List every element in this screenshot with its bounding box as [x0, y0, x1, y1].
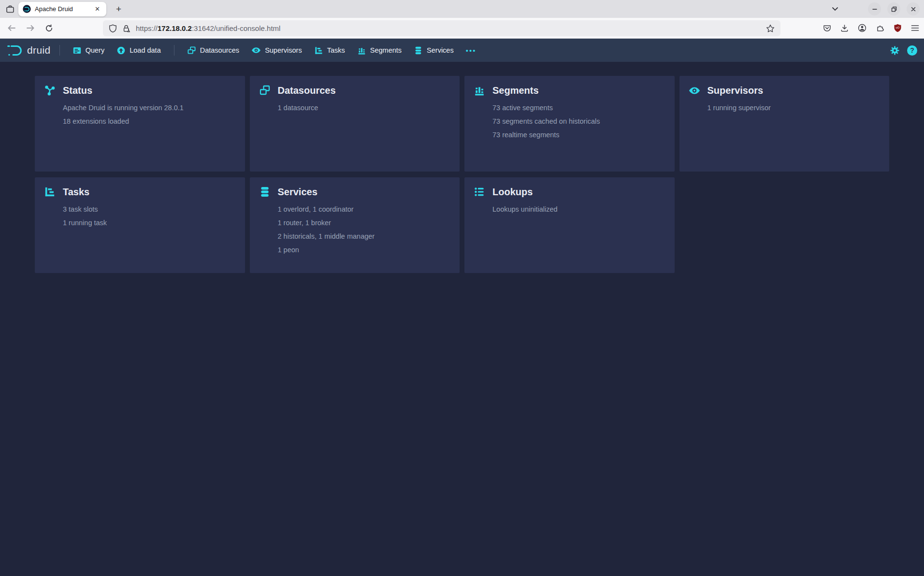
druid-favicon: [23, 5, 31, 13]
url-path: :31642/unified-console.html: [192, 24, 280, 32]
reload-button[interactable]: [45, 24, 53, 32]
card-line: 73 segments cached on historicals: [492, 115, 665, 128]
card-line: 1 peon: [278, 243, 450, 257]
back-button[interactable]: [7, 25, 16, 31]
multi-layers-icon: [188, 46, 196, 55]
nav-item-segments[interactable]: Segments: [351, 39, 408, 62]
forward-button[interactable]: [26, 25, 35, 31]
nav-item-label: Datasources: [200, 46, 239, 54]
eye-icon: [689, 85, 700, 96]
card-datasources[interactable]: Datasources 1 datasource: [250, 76, 460, 172]
card-title: Services: [278, 187, 318, 198]
firefox-view-button[interactable]: [3, 2, 17, 16]
card-line: 1 overlord, 1 coordinator: [278, 202, 450, 216]
nav-item-label: Services: [427, 46, 454, 54]
card-line: 1 router, 1 broker: [278, 216, 450, 230]
minimize-button[interactable]: [868, 2, 881, 15]
navbar-divider: [59, 45, 60, 56]
close-button[interactable]: [907, 2, 920, 15]
close-icon: [910, 6, 916, 12]
more-icon[interactable]: •••: [460, 46, 482, 55]
gear-icon[interactable]: [890, 46, 899, 55]
tab-title: Apache Druid: [35, 5, 93, 13]
svg-text:uO: uO: [895, 26, 899, 29]
nav-item-label: Tasks: [327, 46, 345, 54]
hamburger-menu-icon[interactable]: [911, 25, 919, 31]
gantt-icon: [315, 46, 323, 55]
home-view: Status Apache Druid is running version 2…: [35, 76, 889, 273]
card-line: 1 running supervisor: [707, 101, 880, 115]
download-icon[interactable]: [840, 24, 849, 32]
bookmark-star-icon[interactable]: [766, 24, 775, 33]
druid-wordmark: druid: [27, 44, 51, 56]
card-line: 18 extensions loaded: [63, 115, 235, 128]
card-tasks[interactable]: Tasks 3 task slots 1 running task: [35, 177, 245, 273]
tab-list-chevron-icon[interactable]: [832, 7, 838, 11]
nav-item-load-data[interactable]: Load data: [111, 39, 167, 62]
restore-button[interactable]: [887, 2, 900, 15]
url-host: 172.18.0.2: [158, 24, 192, 32]
bar-chart-icon: [474, 85, 485, 96]
card-segments[interactable]: Segments 73 active segments 73 segments …: [464, 76, 675, 172]
tab-close-icon[interactable]: ✕: [93, 4, 102, 14]
nav-item-query[interactable]: Query: [67, 39, 111, 62]
help-glyph: ?: [910, 46, 914, 54]
card-line: 1 running task: [63, 216, 235, 230]
eye-icon: [252, 47, 260, 53]
druid-logo[interactable]: druid: [7, 44, 53, 57]
nav-item-tasks[interactable]: Tasks: [308, 39, 351, 62]
card-services[interactable]: Services 1 overlord, 1 coordinator 1 rou…: [250, 177, 460, 273]
card-supervisors[interactable]: Supervisors 1 running supervisor: [679, 76, 890, 172]
restore-icon: [891, 6, 897, 12]
help-icon[interactable]: ?: [907, 45, 917, 56]
new-tab-button[interactable]: +: [112, 3, 125, 15]
card-line: 1 datasource: [278, 101, 450, 115]
browser-window: Apache Druid ✕ +: [0, 0, 924, 39]
browser-tab[interactable]: Apache Druid ✕: [18, 2, 106, 16]
card-status[interactable]: Status Apache Druid is running version 2…: [35, 76, 245, 172]
minimize-icon: [872, 6, 878, 12]
navbar-right: ?: [890, 45, 917, 56]
pocket-icon[interactable]: [823, 24, 831, 32]
graph-icon: [44, 85, 55, 96]
ublock-icon[interactable]: uO: [894, 24, 902, 32]
card-title: Tasks: [63, 187, 89, 198]
firefox-view-icon: [6, 5, 14, 14]
console-icon: [73, 46, 81, 55]
account-icon[interactable]: [858, 24, 866, 32]
nav-item-supervisors[interactable]: Supervisors: [245, 39, 308, 62]
url-bar[interactable]: https://172.18.0.2:31642/unified-console…: [103, 20, 780, 36]
card-title: Status: [63, 85, 92, 96]
connection-lock-icon[interactable]: [122, 24, 131, 33]
card-line: Lookups uninitialized: [492, 202, 665, 216]
window-controls: [832, 2, 920, 15]
druid-logo-icon: [7, 44, 23, 57]
card-title: Supervisors: [707, 85, 764, 96]
card-title: Datasources: [278, 85, 336, 96]
bar-chart-icon: [358, 46, 366, 55]
url-text: https://172.18.0.2:31642/unified-console…: [136, 24, 280, 32]
toolbar-extensions: uO: [823, 18, 919, 38]
nav-item-datasources[interactable]: Datasources: [181, 39, 245, 62]
card-lookups[interactable]: Lookups Lookups uninitialized: [464, 177, 675, 273]
database-icon: [260, 187, 270, 197]
nav-item-label: Supervisors: [265, 46, 302, 54]
url-toolbar: https://172.18.0.2:31642/unified-console…: [0, 18, 924, 39]
nav-item-services[interactable]: Services: [408, 39, 460, 62]
extensions-puzzle-icon[interactable]: [876, 24, 884, 32]
url-protocol: https://: [136, 24, 158, 32]
multi-layers-icon: [260, 85, 270, 96]
nav-item-label: Query: [86, 46, 105, 54]
tab-bar: Apache Druid ✕ +: [0, 0, 924, 18]
browser-nav-buttons: [7, 24, 53, 32]
insert-icon: [117, 46, 125, 55]
card-line: 3 task slots: [63, 202, 235, 216]
gantt-icon: [44, 187, 55, 197]
card-line: 73 realtime segments: [492, 128, 665, 142]
card-line: 73 active segments: [492, 101, 665, 115]
tracking-protection-shield-icon[interactable]: [109, 24, 117, 33]
druid-navbar: druid Query Load data: [0, 39, 924, 62]
card-line: 2 historicals, 1 middle manager: [278, 230, 450, 243]
properties-icon: [474, 187, 485, 197]
nav-item-label: Segments: [370, 46, 402, 54]
